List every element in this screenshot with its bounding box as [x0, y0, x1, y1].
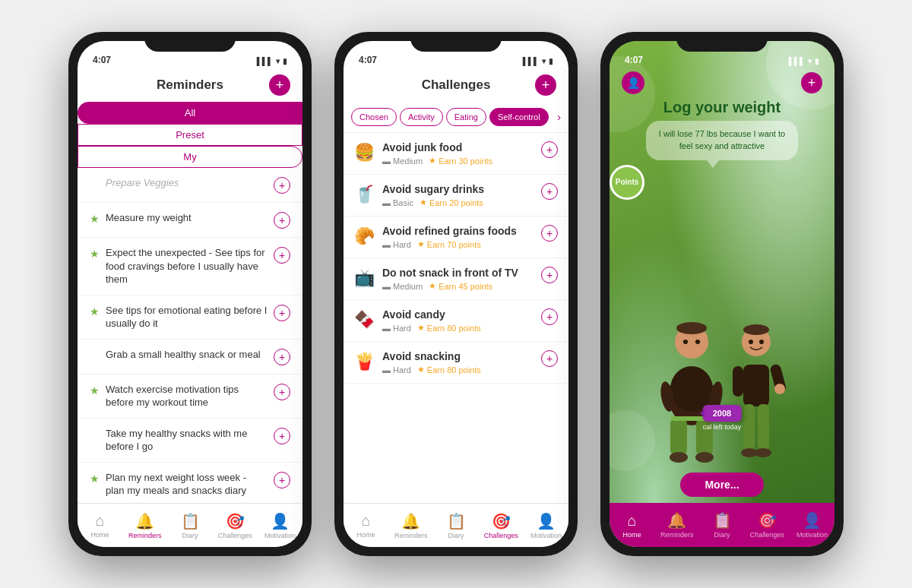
nav-motivation-label: Motivation: [264, 532, 296, 539]
challenge-meta: ▬ Hard ★ Earn 70 points: [382, 239, 534, 249]
nav-motivation[interactable]: 👤 Motivation: [524, 512, 568, 539]
list-item: ★ See tips for emotional eating before I…: [78, 296, 302, 340]
nav-home-label: Home: [623, 531, 641, 539]
tab-chosen[interactable]: Chosen: [351, 108, 397, 126]
tv-icon: 📺: [354, 268, 375, 288]
star-icon: ★: [417, 323, 425, 333]
nav-challenges[interactable]: 🎯 Challenges: [745, 511, 790, 539]
challenge-info: Avoid junk food ▬ Medium ★ Earn 30 point…: [382, 141, 534, 166]
points-label: Points: [616, 178, 639, 186]
add-item-button[interactable]: +: [274, 384, 290, 400]
challenges-icon: 🎯: [226, 512, 245, 530]
junk-food-icon: 🍔: [354, 143, 375, 163]
user-profile-button[interactable]: 👤: [622, 71, 644, 94]
wifi-icon: ▾: [276, 57, 280, 65]
add-challenge-button[interactable]: +: [535, 74, 556, 96]
list-item: 🥐 Avoid refined grains foods ▬ Hard ★ Ea…: [344, 217, 568, 258]
add-item-button[interactable]: +: [274, 428, 290, 444]
add-challenge-button[interactable]: +: [541, 308, 558, 325]
battery-icon: ▮: [549, 57, 553, 65]
add-motivation-button[interactable]: +: [801, 72, 822, 93]
tab-activity[interactable]: Activity: [400, 108, 443, 126]
reminder-text: Prepare Veggies: [106, 176, 268, 190]
reminder-text: Take my healthy snacks with me before I …: [106, 427, 268, 454]
add-item-button[interactable]: +: [274, 212, 290, 229]
challenge-meta: ▬ Medium ★ Earn 30 points: [382, 156, 534, 166]
home-icon: ⌂: [96, 512, 105, 530]
points-label: Earn 20 points: [429, 198, 483, 207]
svg-point-24: [759, 340, 764, 344]
add-challenge-button[interactable]: +: [541, 183, 558, 200]
nav-motivation-label: Motivation: [530, 532, 562, 539]
nav-diary[interactable]: 📋 Diary: [433, 512, 478, 539]
more-button[interactable]: More...: [680, 473, 763, 497]
challenges-title: Challenges: [422, 77, 491, 93]
notch: [410, 32, 502, 52]
star-icon: ★: [420, 198, 427, 207]
add-reminder-button[interactable]: +: [269, 74, 290, 96]
add-challenge-button[interactable]: +: [541, 267, 558, 283]
svg-rect-20: [758, 404, 769, 450]
grains-icon: 🥐: [354, 226, 375, 246]
motivation-icon: 👤: [537, 512, 556, 530]
filter-tab-my[interactable]: My: [78, 146, 302, 168]
log-weight-title: Log your weight: [625, 99, 819, 116]
challenge-name: Avoid refined grains foods: [382, 225, 534, 237]
nav-diary[interactable]: 📋 Diary: [699, 511, 744, 539]
nav-reminders[interactable]: 🔔 Reminders: [122, 512, 167, 539]
challenge-tabs: Chosen Activity Eating Self-control ›: [344, 102, 568, 133]
challenges-header: Challenges +: [344, 68, 568, 102]
nav-reminders[interactable]: 🔔 Reminders: [654, 511, 699, 539]
nav-reminders[interactable]: 🔔 Reminders: [388, 512, 433, 539]
nav-home[interactable]: ⌂ Home: [610, 512, 654, 539]
difficulty-icon: ▬: [382, 156, 391, 166]
nav-home[interactable]: ⌂ Home: [344, 512, 388, 539]
wifi-icon: ▾: [808, 57, 812, 65]
nav-challenges[interactable]: 🎯 Challenges: [213, 512, 258, 539]
star-icon: ★: [417, 365, 425, 375]
challenges-list: 🍔 Avoid junk food ▬ Medium ★ Earn 30 poi…: [344, 133, 568, 503]
add-challenge-button[interactable]: +: [541, 225, 558, 242]
add-challenge-button[interactable]: +: [541, 350, 558, 367]
challenges-icon: 🎯: [758, 511, 777, 530]
add-item-button[interactable]: +: [274, 247, 290, 264]
star-icon: ★: [90, 248, 100, 260]
svg-rect-6: [670, 418, 687, 456]
nav-home-label: Home: [91, 531, 109, 539]
star-icon: ★: [429, 281, 436, 291]
difficulty: ▬ Hard: [382, 365, 411, 375]
challenge-info: Avoid refined grains foods ▬ Hard ★ Earn…: [382, 225, 534, 249]
nav-motivation[interactable]: 👤 Motivation: [258, 512, 302, 539]
reminders-icon: 🔔: [135, 512, 154, 530]
reminder-text: Plan my next weight loss week - plan my …: [106, 471, 268, 498]
signal-icon: ▌▌▌: [523, 57, 539, 65]
tab-eating[interactable]: Eating: [446, 108, 486, 126]
challenge-meta: ▬ Medium ★ Earn 45 points: [382, 281, 534, 291]
filter-tab-preset[interactable]: Preset: [78, 124, 302, 146]
svg-point-18: [774, 384, 785, 394]
difficulty-label: Hard: [393, 324, 411, 333]
battery-icon: ▮: [283, 57, 287, 65]
add-item-button[interactable]: +: [274, 349, 290, 365]
add-item-button[interactable]: +: [274, 472, 290, 488]
add-challenge-button[interactable]: +: [541, 141, 558, 158]
bottom-nav: ⌂ Home 🔔 Reminders 📋 Diary 🎯 Challenges …: [610, 503, 834, 547]
reminders-title: Reminders: [157, 77, 223, 93]
nav-motivation[interactable]: 👤 Motivation: [790, 511, 834, 539]
tab-selfcontrol[interactable]: Self-control: [489, 108, 549, 126]
nav-diary[interactable]: 📋 Diary: [167, 512, 212, 539]
nav-challenges[interactable]: 🎯 Challenges: [479, 512, 524, 539]
filter-tab-all[interactable]: All: [78, 102, 302, 124]
motivation-icon: 👤: [803, 511, 822, 530]
add-item-button[interactable]: +: [274, 305, 290, 321]
filter-tabs: All Preset My: [78, 102, 302, 168]
star-icon: ★: [417, 239, 425, 249]
status-time: 4:07: [93, 55, 111, 65]
challenge-name: Do not snack in front of TV: [382, 267, 534, 279]
challenge-name: Avoid candy: [382, 308, 534, 321]
difficulty-icon: ▬: [382, 282, 391, 291]
add-item-button[interactable]: +: [274, 177, 290, 194]
difficulty-label: Basic: [393, 198, 413, 207]
motivation-icon: 👤: [271, 512, 290, 530]
nav-home[interactable]: ⌂ Home: [78, 512, 122, 539]
